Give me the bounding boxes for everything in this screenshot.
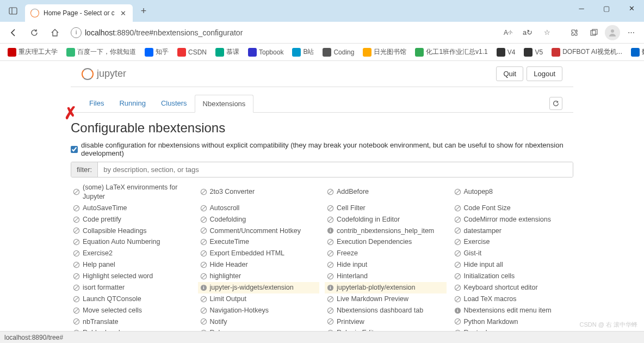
extension-state-icon [454, 250, 461, 257]
extension-item[interactable]: Keyboard shortcut editor [452, 282, 574, 293]
extension-item[interactable]: Code prettify [71, 214, 193, 225]
close-window-button[interactable]: ✕ [619, 0, 644, 16]
quit-button[interactable]: Quit [496, 66, 523, 81]
extension-item[interactable]: Code Font Size [452, 203, 574, 214]
extension-name: Highlight selected word [83, 272, 153, 281]
extension-item[interactable]: Navigation-Hotkeys [198, 305, 320, 316]
bookmark-item[interactable]: 慕课 [212, 46, 243, 58]
extension-item[interactable]: Codefolding [198, 214, 320, 225]
maximize-button[interactable]: ▢ [594, 0, 619, 16]
tab-clusters[interactable]: Clusters [153, 95, 195, 112]
refresh-list-button[interactable] [549, 97, 562, 110]
extension-item[interactable]: 2to3 Converter [198, 182, 320, 203]
extension-item[interactable]: Freeze [325, 248, 447, 259]
bookmark-item[interactable]: V4 [493, 47, 519, 58]
back-button[interactable] [4, 23, 23, 42]
extension-item[interactable]: Hide Header [198, 259, 320, 271]
extension-item[interactable]: Hide input [325, 259, 447, 271]
extension-item[interactable]: ijupyter-js-widgets/extension [198, 282, 320, 293]
bookmark-item[interactable]: DOFBOT AI视觉机... [548, 46, 626, 58]
extension-item[interactable]: Limit Output [198, 293, 320, 305]
address-bar[interactable]: i localhost:8890/tree#nbextensions_confi… [66, 24, 497, 41]
extension-item[interactable]: AddBefore [325, 182, 447, 203]
profile-avatar[interactable] [605, 25, 620, 40]
extension-item[interactable]: Codefolding in Editor [325, 214, 447, 225]
extension-state-icon [200, 307, 207, 314]
extension-item[interactable]: Help panel [71, 259, 193, 271]
close-tab-icon[interactable]: ✕ [119, 9, 127, 17]
extension-item[interactable]: Load TeX macros [452, 293, 574, 305]
bookmark-label: 百度一下，你就知道 [77, 47, 136, 57]
extension-item[interactable]: Nbextensions dashboard tab [325, 305, 447, 316]
bookmark-item[interactable]: CSDN [174, 47, 210, 58]
extension-state-icon [73, 261, 80, 268]
bookmark-item[interactable]: 化工1班作业汇总v1.1 [412, 46, 491, 58]
extension-item[interactable]: highlighter [198, 271, 320, 282]
extension-item[interactable]: isort formatter [71, 282, 193, 293]
extension-item[interactable]: Equation Auto Numbering [71, 236, 193, 248]
text-size-icon[interactable]: A小 [499, 24, 517, 41]
extension-item[interactable]: ijupyterlab-plotly/extension [325, 282, 447, 293]
bookmark-item[interactable]: Topbook [245, 47, 287, 58]
bookmark-item[interactable]: 知乎 [141, 46, 172, 58]
logout-button[interactable]: Logout [527, 66, 562, 81]
extension-item[interactable]: Live Markdown Preview [325, 293, 447, 305]
bookmark-item[interactable]: Coding [319, 47, 357, 58]
read-aloud-icon[interactable]: a↻ [519, 24, 536, 41]
tab-nbextensions[interactable]: Nbextensions [195, 95, 254, 113]
extension-item[interactable]: Notify [198, 316, 320, 328]
jupyter-logo[interactable]: jupyter [82, 68, 126, 80]
bookmark-item[interactable]: 日光图书馆 [360, 46, 410, 58]
bookmark-item[interactable]: V5 [521, 47, 546, 58]
refresh-button[interactable] [25, 23, 44, 42]
extension-item[interactable]: nbTranslate [71, 316, 193, 328]
extension-item[interactable]: Move selected cells [71, 305, 193, 316]
bookmark-item[interactable]: 百度一下，你就知道 [63, 46, 139, 58]
bookmark-item[interactable]: 重庆理工大学 [4, 46, 61, 58]
extension-item[interactable]: iNbextensions edit menu item [452, 305, 574, 316]
extension-item[interactable]: Autoscroll [198, 203, 320, 214]
extension-item[interactable]: Cell Filter [325, 203, 447, 214]
extension-item[interactable]: Collapsible Headings [71, 225, 193, 237]
browser-tab[interactable]: Home Page - Select or create a n ✕ [25, 4, 133, 22]
site-info-icon[interactable]: i [71, 27, 82, 38]
extension-item[interactable]: (some) LaTeX environments for Jupyter [71, 182, 193, 203]
extension-item[interactable]: AutoSaveTime [71, 203, 193, 214]
filter-input[interactable] [98, 162, 573, 177]
favorites-icon[interactable]: ☆ [538, 24, 556, 41]
extension-item[interactable]: Exercise2 [71, 248, 193, 259]
extension-item[interactable]: Autopep8 [452, 182, 574, 203]
extension-item[interactable]: Comment/Uncomment Hotkey [198, 225, 320, 237]
home-button[interactable] [46, 23, 64, 42]
extension-item[interactable]: Execution Dependencies [325, 236, 447, 248]
extension-item[interactable]: Initialization cells [452, 271, 574, 282]
extensions-icon[interactable] [566, 24, 583, 41]
extension-item[interactable]: Hinterland [325, 271, 447, 282]
extension-item[interactable]: CodeMirror mode extensions [452, 214, 574, 225]
extension-item[interactable]: Export Embedded HTML [198, 248, 320, 259]
disable-compat-checkbox-row[interactable]: disable configuration for nbextensions w… [71, 141, 573, 157]
more-icon[interactable]: ⋯ [622, 24, 640, 41]
bookmark-item[interactable]: B站 [289, 46, 317, 58]
extension-item[interactable]: datestamper [452, 225, 574, 237]
extension-item[interactable]: icontrib_nbextensions_help_item [325, 225, 447, 237]
extension-state-icon [73, 318, 80, 325]
minimize-button[interactable]: ─ [569, 0, 594, 16]
extension-state-icon [454, 296, 461, 303]
extension-item[interactable]: Gist-it [452, 248, 574, 259]
extension-item[interactable]: Python Markdown [452, 316, 574, 328]
extension-item[interactable]: Printview [325, 316, 447, 328]
disable-compat-checkbox[interactable] [71, 146, 78, 153]
new-tab-button[interactable]: + [136, 3, 151, 19]
tab-running[interactable]: Running [112, 95, 153, 112]
extension-item[interactable]: ExecuteTime [198, 236, 320, 248]
extension-item[interactable]: Hide input all [452, 259, 574, 271]
extension-item[interactable]: Exercise [452, 236, 574, 248]
sidebar-toggle-icon[interactable] [7, 4, 20, 17]
svg-line-60 [456, 263, 460, 267]
collections-icon[interactable] [585, 24, 603, 41]
tab-files[interactable]: Files [82, 95, 112, 112]
extension-item[interactable]: Highlight selected word [71, 271, 193, 282]
bookmark-item[interactable]: 数学公式识别神器... [628, 46, 644, 58]
extension-item[interactable]: Launch QTConsole [71, 293, 193, 305]
